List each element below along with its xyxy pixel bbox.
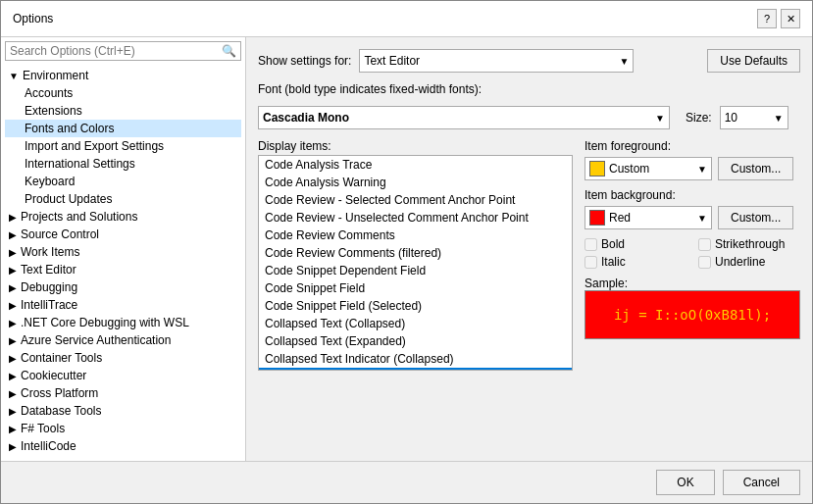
tree-label: Database Tools bbox=[21, 404, 102, 418]
foreground-combo[interactable]: Custom ▼ bbox=[584, 157, 712, 180]
tree-item-text-editor[interactable]: ▶ Text Editor bbox=[5, 261, 241, 278]
tree-item-extensions[interactable]: Extensions bbox=[5, 102, 241, 120]
arrow-icon: ▶ bbox=[9, 265, 17, 276]
tree-item-fonts-colors[interactable]: Fonts and Colors bbox=[5, 120, 241, 137]
list-item[interactable]: Code Review - Unselected Comment Anchor … bbox=[259, 209, 572, 227]
foreground-row: Custom ▼ Custom... bbox=[584, 157, 800, 180]
tree-item-database-tools[interactable]: ▶ Database Tools bbox=[5, 402, 241, 420]
tree-item-import-export[interactable]: Import and Export Settings bbox=[5, 137, 241, 155]
tree-item-environment[interactable]: ▼ Environment bbox=[5, 67, 241, 84]
italic-checkbox-item: Italic bbox=[584, 255, 686, 269]
tree-item-intellitrace[interactable]: ▶ IntelliTrace bbox=[5, 296, 241, 314]
bold-label: Bold bbox=[601, 237, 625, 251]
tree-item-container-tools[interactable]: ▶ Container Tools bbox=[5, 349, 241, 367]
foreground-custom-button[interactable]: Custom... bbox=[718, 157, 793, 180]
use-defaults-button[interactable]: Use Defaults bbox=[707, 49, 800, 73]
arrow-icon: ▶ bbox=[9, 424, 17, 434]
tree-item-keyboard[interactable]: Keyboard bbox=[5, 173, 241, 190]
underline-checkbox-item: Underline bbox=[698, 255, 800, 269]
arrow-icon: ▶ bbox=[9, 318, 17, 328]
bold-checkbox[interactable] bbox=[584, 238, 597, 251]
tree-label: Extensions bbox=[25, 104, 82, 118]
chevron-down-icon: ▼ bbox=[655, 113, 665, 124]
list-item[interactable]: Code Review - Selected Comment Anchor Po… bbox=[259, 191, 572, 209]
tree-label: Azure Service Authentication bbox=[21, 333, 171, 347]
tree-label: Debugging bbox=[21, 280, 77, 294]
foreground-swatch bbox=[589, 161, 605, 176]
sample-display: ij = I::oO(0xB81l); bbox=[584, 290, 800, 339]
search-icon: 🔍 bbox=[222, 44, 236, 58]
tree-item-debugging[interactable]: ▶ Debugging bbox=[5, 278, 241, 296]
list-item[interactable]: Collapsed Text (Collapsed) bbox=[259, 315, 572, 332]
tree-item-projects-solutions[interactable]: ▶ Projects and Solutions bbox=[5, 208, 241, 226]
bold-checkbox-item: Bold bbox=[584, 237, 686, 251]
font-value: Cascadia Mono bbox=[263, 111, 349, 125]
options-dialog: Options ? ✕ 🔍 ▼ Environment Accounts bbox=[0, 0, 813, 504]
tree-label: Work Items bbox=[21, 245, 79, 259]
italic-checkbox[interactable] bbox=[584, 256, 597, 269]
tree-item-fsharp[interactable]: ▶ F# Tools bbox=[5, 420, 241, 437]
tree-label: Fonts and Colors bbox=[25, 122, 114, 135]
title-bar: Options ? ✕ bbox=[1, 1, 812, 37]
bottom-bar: OK Cancel bbox=[1, 461, 812, 503]
tree-item-international[interactable]: International Settings bbox=[5, 155, 241, 173]
search-input[interactable] bbox=[10, 44, 222, 58]
tree-label: Source Control bbox=[21, 227, 99, 241]
display-section: Display items: Code Analysis Trace Code … bbox=[258, 139, 800, 449]
tree-item-net-core[interactable]: ▶ .NET Core Debugging with WSL bbox=[5, 314, 241, 331]
list-item[interactable]: Code Snippet Field (Selected) bbox=[259, 297, 572, 315]
arrow-icon: ▶ bbox=[9, 406, 17, 417]
list-item[interactable]: Code Snippet Dependent Field bbox=[259, 262, 572, 279]
chevron-down-icon: ▼ bbox=[619, 56, 629, 67]
display-items-list[interactable]: Code Analysis Trace Code Analysis Warnin… bbox=[258, 155, 573, 371]
tree-item-cross-platform[interactable]: ▶ Cross Platform bbox=[5, 384, 241, 402]
underline-label: Underline bbox=[715, 255, 765, 269]
tree-item-cookiecutter[interactable]: ▶ Cookiecutter bbox=[5, 367, 241, 384]
background-combo[interactable]: Red ▼ bbox=[584, 206, 712, 229]
list-section: Display items: Code Analysis Trace Code … bbox=[258, 139, 573, 449]
tree-label: Keyboard bbox=[25, 175, 75, 188]
arrow-icon: ▶ bbox=[9, 353, 17, 364]
tree-item-product-updates[interactable]: Product Updates bbox=[5, 190, 241, 208]
background-row: Red ▼ Custom... bbox=[584, 206, 800, 229]
close-button[interactable]: ✕ bbox=[781, 9, 800, 28]
title-controls: ? ✕ bbox=[757, 9, 800, 28]
foreground-section: Item foreground: Custom ▼ Custom... bbox=[584, 139, 800, 180]
tree-item-work-items[interactable]: ▶ Work Items bbox=[5, 243, 241, 261]
tree-item-azure-auth[interactable]: ▶ Azure Service Authentication bbox=[5, 331, 241, 349]
list-item[interactable]: Code Review Comments (filtered) bbox=[259, 244, 572, 262]
show-settings-row: Show settings for: Text Editor ▼ Use Def… bbox=[258, 49, 800, 73]
list-item[interactable]: Code Review Comments bbox=[259, 227, 572, 244]
font-label: Font (bold type indicates fixed-width fo… bbox=[258, 82, 482, 96]
list-item[interactable]: Collapsed Text (Expanded) bbox=[259, 332, 572, 350]
background-value: Red bbox=[609, 211, 631, 225]
arrow-icon: ▶ bbox=[9, 388, 17, 399]
show-for-combo[interactable]: Text Editor ▼ bbox=[359, 49, 634, 73]
underline-checkbox[interactable] bbox=[698, 256, 711, 269]
cancel-button[interactable]: Cancel bbox=[723, 470, 800, 495]
strikethrough-checkbox[interactable] bbox=[698, 238, 711, 251]
font-combo[interactable]: Cascadia Mono ▼ bbox=[258, 106, 670, 129]
help-button[interactable]: ? bbox=[757, 9, 777, 28]
arrow-icon: ▶ bbox=[9, 229, 17, 240]
list-item-selected[interactable]: Collapsed Text Indicator (Expanded) bbox=[259, 368, 572, 371]
ok-button[interactable]: OK bbox=[656, 470, 714, 495]
search-box[interactable]: 🔍 bbox=[5, 41, 241, 61]
tree-item-source-control[interactable]: ▶ Source Control bbox=[5, 226, 241, 243]
size-combo[interactable]: 10 ▼ bbox=[720, 106, 788, 129]
list-item[interactable]: Code Analysis Trace bbox=[259, 156, 572, 174]
background-custom-button[interactable]: Custom... bbox=[718, 206, 793, 229]
tree-item-accounts[interactable]: Accounts bbox=[5, 84, 241, 102]
main-content: 🔍 ▼ Environment Accounts Extensions Font… bbox=[1, 37, 812, 461]
size-value: 10 bbox=[725, 111, 737, 125]
sample-text: ij = I::oO(0xB81l); bbox=[614, 307, 771, 323]
tree-label: Text Editor bbox=[21, 263, 76, 277]
list-item[interactable]: Code Analysis Warning bbox=[259, 174, 572, 191]
foreground-label: Item foreground: bbox=[584, 139, 671, 153]
tree-label: Product Updates bbox=[25, 192, 112, 206]
tree-item-intellicode[interactable]: ▶ IntelliCode bbox=[5, 437, 241, 455]
list-item[interactable]: Collapsed Text Indicator (Collapsed) bbox=[259, 350, 572, 368]
right-panel: Show settings for: Text Editor ▼ Use Def… bbox=[246, 37, 812, 461]
size-label: Size: bbox=[686, 111, 712, 125]
list-item[interactable]: Code Snippet Field bbox=[259, 279, 572, 297]
